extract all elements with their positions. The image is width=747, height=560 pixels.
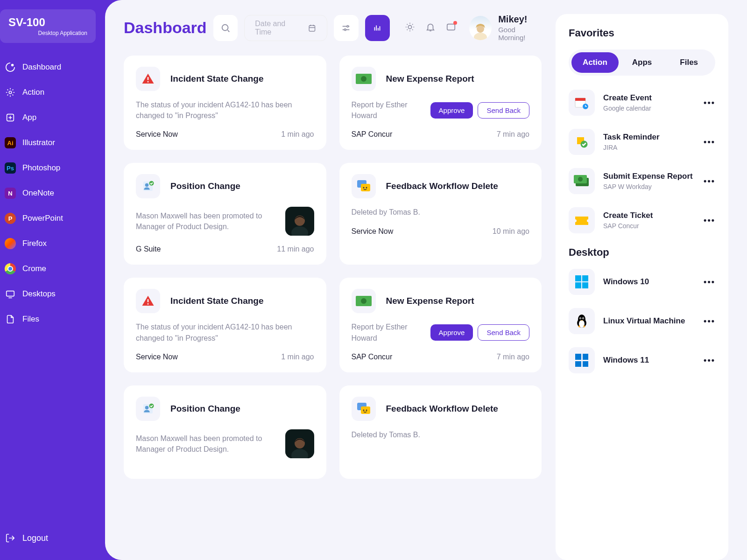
nav-label: OneNote bbox=[22, 189, 54, 198]
desktop-title: Desktop bbox=[569, 246, 715, 259]
desktop-item[interactable]: Windows 10 ••• bbox=[569, 269, 715, 295]
nav-dashboard[interactable]: Dashboard bbox=[0, 55, 105, 80]
feed-card[interactable]: Feedback Workflow Delete Deleted by Toma… bbox=[339, 163, 542, 265]
theme-toggle[interactable] bbox=[405, 22, 415, 34]
favorites-list: Create Event Google calendar ••• Task Re… bbox=[569, 90, 715, 233]
stats-button[interactable] bbox=[365, 15, 390, 41]
alert-icon bbox=[136, 67, 160, 91]
logout-button[interactable]: Logout bbox=[0, 525, 105, 551]
feed-card[interactable]: Feedback Workflow Delete Deleted by Toma… bbox=[339, 385, 542, 479]
more-icon[interactable]: ••• bbox=[704, 176, 715, 186]
card-title: Position Change bbox=[170, 404, 240, 414]
favorite-title: Create Event bbox=[603, 93, 695, 103]
more-icon[interactable]: ••• bbox=[704, 137, 715, 147]
date-time-picker[interactable]: Date and Time bbox=[244, 15, 327, 41]
desktop-item[interactable]: Linux Virtual Machine ••• bbox=[569, 308, 715, 334]
svg-point-24 bbox=[363, 187, 364, 189]
card-source: SAP Concur bbox=[352, 353, 393, 361]
inbox-button[interactable] bbox=[446, 22, 456, 34]
favorite-sub: SAP W Workday bbox=[603, 183, 695, 190]
app-icon bbox=[5, 112, 16, 123]
user-avatar bbox=[469, 16, 492, 40]
svg-point-6 bbox=[347, 25, 349, 27]
feed-card[interactable]: Position Change Mason Maxwell has been p… bbox=[124, 385, 326, 479]
search-button[interactable] bbox=[213, 15, 238, 41]
send-back-button[interactable]: Send Back bbox=[478, 324, 529, 341]
more-icon[interactable]: ••• bbox=[704, 356, 715, 365]
svg-point-21 bbox=[295, 216, 305, 226]
nav-onenote[interactable]: N OneNote bbox=[0, 181, 105, 206]
approve-button[interactable]: Approve bbox=[430, 324, 473, 341]
nav-chrome[interactable]: Crome bbox=[0, 256, 105, 281]
app-logo: SV-100 Desktop Application bbox=[0, 9, 96, 43]
more-icon[interactable]: ••• bbox=[704, 316, 715, 326]
nav-label: Desktops bbox=[22, 289, 56, 299]
card-source: Service Now bbox=[136, 130, 178, 139]
filter-button[interactable] bbox=[334, 15, 359, 41]
expense-icon bbox=[569, 168, 595, 194]
nav-label: Crome bbox=[22, 264, 46, 273]
tab-files[interactable]: Files bbox=[665, 52, 712, 73]
feed-card[interactable]: Position Change Mason Maxwell has been p… bbox=[124, 163, 326, 265]
user-block[interactable]: Mikey! Good Morning! bbox=[469, 14, 542, 42]
svg-point-15 bbox=[361, 76, 366, 82]
desktop-title-label: Windows 11 bbox=[603, 356, 695, 365]
feed-card[interactable]: New Expense Report Report by Esther Howa… bbox=[339, 278, 542, 372]
desktop-item[interactable]: Windows 11 ••• bbox=[569, 347, 715, 373]
card-actions: Approve Send Back bbox=[430, 324, 529, 341]
tab-apps[interactable]: Apps bbox=[619, 52, 666, 73]
favorites-title: Favorites bbox=[569, 27, 715, 39]
svg-point-25 bbox=[366, 187, 367, 189]
more-icon[interactable]: ••• bbox=[704, 277, 715, 287]
nav-app[interactable]: App bbox=[0, 105, 105, 130]
nav-action[interactable]: Action bbox=[0, 80, 105, 105]
more-icon[interactable]: ••• bbox=[704, 216, 715, 225]
alert-icon bbox=[136, 289, 160, 313]
card-source: Service Now bbox=[352, 227, 394, 236]
svg-rect-41 bbox=[575, 98, 585, 101]
card-time: 1 min ago bbox=[281, 130, 314, 139]
card-source: Service Now bbox=[136, 353, 178, 361]
card-footer: SAP Concur 7 min ago bbox=[352, 353, 530, 361]
svg-rect-37 bbox=[361, 406, 370, 414]
feed-card[interactable]: Incident State Change The status of your… bbox=[124, 278, 326, 372]
feed-card[interactable]: Incident State Change The status of your… bbox=[124, 56, 326, 150]
favorite-title: Create Ticket bbox=[603, 211, 695, 220]
nav-label: Dashboard bbox=[22, 63, 61, 72]
page-title: Dashboard bbox=[124, 19, 207, 37]
nav-illustrator[interactable]: Ai Illustrator bbox=[0, 130, 105, 155]
svg-rect-5 bbox=[310, 25, 315, 31]
svg-point-35 bbox=[295, 438, 305, 448]
nav-label: Photoshop bbox=[22, 163, 60, 173]
card-title: Incident State Change bbox=[170, 74, 264, 84]
card-text: Deleted by Tomas B. bbox=[352, 207, 530, 217]
card-time: 1 min ago bbox=[281, 353, 314, 361]
more-icon[interactable]: ••• bbox=[704, 98, 715, 108]
money-icon bbox=[352, 289, 376, 313]
nav-photoshop[interactable]: Ps Photoshop bbox=[0, 155, 105, 181]
nav-desktops[interactable]: Desktops bbox=[0, 281, 105, 307]
feed-card[interactable]: New Expense Report Report by Esther Howa… bbox=[339, 56, 542, 150]
right-panel: Favorites Action Apps Files Create Event… bbox=[556, 14, 728, 560]
tab-action[interactable]: Action bbox=[571, 52, 619, 73]
notifications-button[interactable] bbox=[425, 22, 436, 34]
win10-icon bbox=[569, 269, 595, 295]
favorite-item[interactable]: Submit Expense Report SAP W Workday ••• bbox=[569, 168, 715, 194]
gear-icon bbox=[5, 87, 16, 98]
approve-button[interactable]: Approve bbox=[430, 102, 473, 119]
illustrator-icon: Ai bbox=[5, 137, 16, 148]
bell-icon bbox=[425, 22, 436, 32]
favorite-item[interactable]: Create Event Google calendar ••• bbox=[569, 90, 715, 116]
favorite-item[interactable]: Task Reminder JIRA ••• bbox=[569, 129, 715, 155]
card-title: New Expense Report bbox=[386, 74, 474, 84]
nav-powerpoint[interactable]: P PowerPoint bbox=[0, 206, 105, 231]
nav-label: Illustrator bbox=[22, 138, 55, 147]
nav-files[interactable]: Files bbox=[0, 307, 105, 332]
send-back-button[interactable]: Send Back bbox=[478, 102, 529, 119]
nav-firefox[interactable]: Firefox bbox=[0, 231, 105, 256]
svg-rect-13 bbox=[148, 81, 149, 83]
card-actions: Approve Send Back bbox=[430, 102, 529, 119]
favorite-item[interactable]: Create Ticket SAP Concur ••• bbox=[569, 207, 715, 233]
nav-label: PowerPoint bbox=[22, 214, 63, 223]
card-text: Report by Esther Howard bbox=[352, 322, 425, 343]
